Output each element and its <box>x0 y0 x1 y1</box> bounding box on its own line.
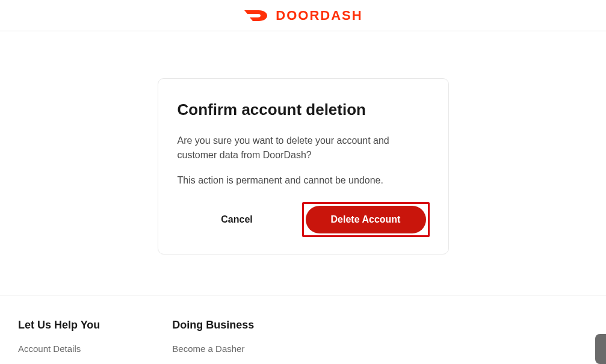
footer-col-business: Doing Business Become a Dasher <box>172 319 254 354</box>
main-content: Confirm account deletion Are you sure yo… <box>0 31 606 254</box>
confirm-deletion-dialog: Confirm account deletion Are you sure yo… <box>158 78 449 254</box>
doordash-icon <box>243 8 270 23</box>
footer-heading-help: Let Us Help You <box>18 319 100 332</box>
footer-link-become-dasher[interactable]: Become a Dasher <box>172 344 254 354</box>
footer-link-account-details[interactable]: Account Details <box>18 344 100 354</box>
brand-logo[interactable]: DOORDASH <box>243 8 362 23</box>
footer-col-help: Let Us Help You Account Details <box>18 319 100 354</box>
dialog-buttons: Cancel Delete Account <box>178 202 429 237</box>
cancel-button[interactable]: Cancel <box>177 206 297 233</box>
footer: Let Us Help You Account Details Doing Bu… <box>18 319 254 354</box>
header: DOORDASH <box>0 0 606 31</box>
footer-heading-business: Doing Business <box>172 319 254 332</box>
delete-account-button[interactable]: Delete Account <box>306 206 426 233</box>
dialog-title: Confirm account deletion <box>178 100 429 119</box>
dialog-message-2: This action is permanent and cannot be u… <box>178 173 429 188</box>
delete-button-highlight: Delete Account <box>302 202 430 237</box>
footer-divider <box>0 295 606 295</box>
feedback-tab[interactable] <box>595 334 606 364</box>
dialog-message-1: Are you sure you want to delete your acc… <box>178 134 429 162</box>
brand-text: DOORDASH <box>276 8 362 23</box>
